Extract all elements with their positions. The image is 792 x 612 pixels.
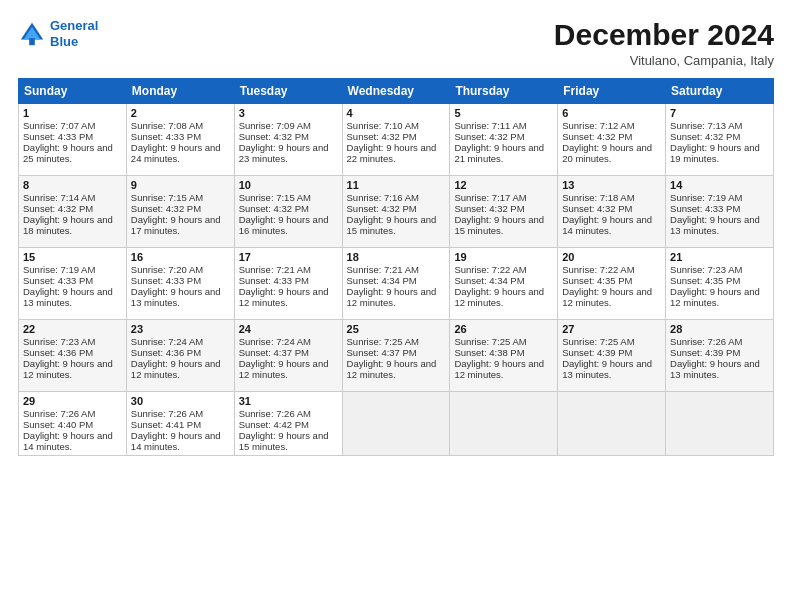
calendar-cell: 17Sunrise: 7:21 AMSunset: 4:33 PMDayligh… [234,248,342,320]
location: Vitulano, Campania, Italy [554,53,774,68]
col-tuesday: Tuesday [234,79,342,104]
day-number: 3 [239,107,338,119]
day-number: 27 [562,323,661,335]
day-number: 29 [23,395,122,407]
calendar-cell: 12Sunrise: 7:17 AMSunset: 4:32 PMDayligh… [450,176,558,248]
day-number: 25 [347,323,446,335]
day-number: 15 [23,251,122,263]
calendar-cell: 20Sunrise: 7:22 AMSunset: 4:35 PMDayligh… [558,248,666,320]
calendar-row: 29Sunrise: 7:26 AMSunset: 4:40 PMDayligh… [19,392,774,456]
day-number: 31 [239,395,338,407]
calendar-cell: 29Sunrise: 7:26 AMSunset: 4:40 PMDayligh… [19,392,127,456]
day-number: 18 [347,251,446,263]
col-wednesday: Wednesday [342,79,450,104]
calendar-cell: 14Sunrise: 7:19 AMSunset: 4:33 PMDayligh… [666,176,774,248]
calendar-row: 15Sunrise: 7:19 AMSunset: 4:33 PMDayligh… [19,248,774,320]
calendar-cell: 3Sunrise: 7:09 AMSunset: 4:32 PMDaylight… [234,104,342,176]
day-number: 5 [454,107,553,119]
calendar-cell: 16Sunrise: 7:20 AMSunset: 4:33 PMDayligh… [126,248,234,320]
day-number: 23 [131,323,230,335]
calendar-cell: 18Sunrise: 7:21 AMSunset: 4:34 PMDayligh… [342,248,450,320]
col-thursday: Thursday [450,79,558,104]
col-sunday: Sunday [19,79,127,104]
calendar-row: 22Sunrise: 7:23 AMSunset: 4:36 PMDayligh… [19,320,774,392]
day-number: 6 [562,107,661,119]
calendar-cell: 7Sunrise: 7:13 AMSunset: 4:32 PMDaylight… [666,104,774,176]
day-number: 8 [23,179,122,191]
day-number: 11 [347,179,446,191]
day-number: 12 [454,179,553,191]
calendar-cell [450,392,558,456]
calendar-cell: 2Sunrise: 7:08 AMSunset: 4:33 PMDaylight… [126,104,234,176]
calendar-cell [558,392,666,456]
calendar-cell: 6Sunrise: 7:12 AMSunset: 4:32 PMDaylight… [558,104,666,176]
calendar-cell: 11Sunrise: 7:16 AMSunset: 4:32 PMDayligh… [342,176,450,248]
day-number: 14 [670,179,769,191]
day-number: 30 [131,395,230,407]
calendar-cell: 13Sunrise: 7:18 AMSunset: 4:32 PMDayligh… [558,176,666,248]
calendar-table: Sunday Monday Tuesday Wednesday Thursday… [18,78,774,456]
day-number: 1 [23,107,122,119]
day-number: 2 [131,107,230,119]
calendar-cell [666,392,774,456]
calendar-cell: 15Sunrise: 7:19 AMSunset: 4:33 PMDayligh… [19,248,127,320]
calendar-cell: 19Sunrise: 7:22 AMSunset: 4:34 PMDayligh… [450,248,558,320]
day-number: 22 [23,323,122,335]
calendar-row: 8Sunrise: 7:14 AMSunset: 4:32 PMDaylight… [19,176,774,248]
logo-line2: Blue [50,34,78,49]
page: General Blue December 2024 Vitulano, Cam… [0,0,792,612]
day-number: 9 [131,179,230,191]
day-number: 28 [670,323,769,335]
calendar-cell [342,392,450,456]
calendar-cell: 24Sunrise: 7:24 AMSunset: 4:37 PMDayligh… [234,320,342,392]
logo-text: General Blue [50,18,98,49]
day-number: 20 [562,251,661,263]
calendar-cell: 23Sunrise: 7:24 AMSunset: 4:36 PMDayligh… [126,320,234,392]
calendar-cell: 27Sunrise: 7:25 AMSunset: 4:39 PMDayligh… [558,320,666,392]
day-number: 17 [239,251,338,263]
day-number: 4 [347,107,446,119]
calendar-cell: 28Sunrise: 7:26 AMSunset: 4:39 PMDayligh… [666,320,774,392]
day-number: 26 [454,323,553,335]
calendar-cell: 8Sunrise: 7:14 AMSunset: 4:32 PMDaylight… [19,176,127,248]
day-number: 7 [670,107,769,119]
calendar-cell: 5Sunrise: 7:11 AMSunset: 4:32 PMDaylight… [450,104,558,176]
calendar-cell: 25Sunrise: 7:25 AMSunset: 4:37 PMDayligh… [342,320,450,392]
month-title: December 2024 [554,18,774,51]
calendar-cell: 22Sunrise: 7:23 AMSunset: 4:36 PMDayligh… [19,320,127,392]
calendar-row: 1Sunrise: 7:07 AMSunset: 4:33 PMDaylight… [19,104,774,176]
calendar-cell: 4Sunrise: 7:10 AMSunset: 4:32 PMDaylight… [342,104,450,176]
calendar-cell: 9Sunrise: 7:15 AMSunset: 4:32 PMDaylight… [126,176,234,248]
logo-icon [18,20,46,48]
col-friday: Friday [558,79,666,104]
calendar-cell: 31Sunrise: 7:26 AMSunset: 4:42 PMDayligh… [234,392,342,456]
title-area: December 2024 Vitulano, Campania, Italy [554,18,774,68]
calendar-cell: 30Sunrise: 7:26 AMSunset: 4:41 PMDayligh… [126,392,234,456]
logo: General Blue [18,18,98,49]
logo-line1: General [50,18,98,33]
col-saturday: Saturday [666,79,774,104]
calendar-cell: 1Sunrise: 7:07 AMSunset: 4:33 PMDaylight… [19,104,127,176]
day-number: 13 [562,179,661,191]
day-number: 16 [131,251,230,263]
day-number: 21 [670,251,769,263]
header: General Blue December 2024 Vitulano, Cam… [18,18,774,68]
calendar-cell: 10Sunrise: 7:15 AMSunset: 4:32 PMDayligh… [234,176,342,248]
svg-rect-2 [29,38,35,45]
col-monday: Monday [126,79,234,104]
header-row: Sunday Monday Tuesday Wednesday Thursday… [19,79,774,104]
calendar-cell: 21Sunrise: 7:23 AMSunset: 4:35 PMDayligh… [666,248,774,320]
calendar-cell: 26Sunrise: 7:25 AMSunset: 4:38 PMDayligh… [450,320,558,392]
day-number: 10 [239,179,338,191]
day-number: 19 [454,251,553,263]
day-number: 24 [239,323,338,335]
